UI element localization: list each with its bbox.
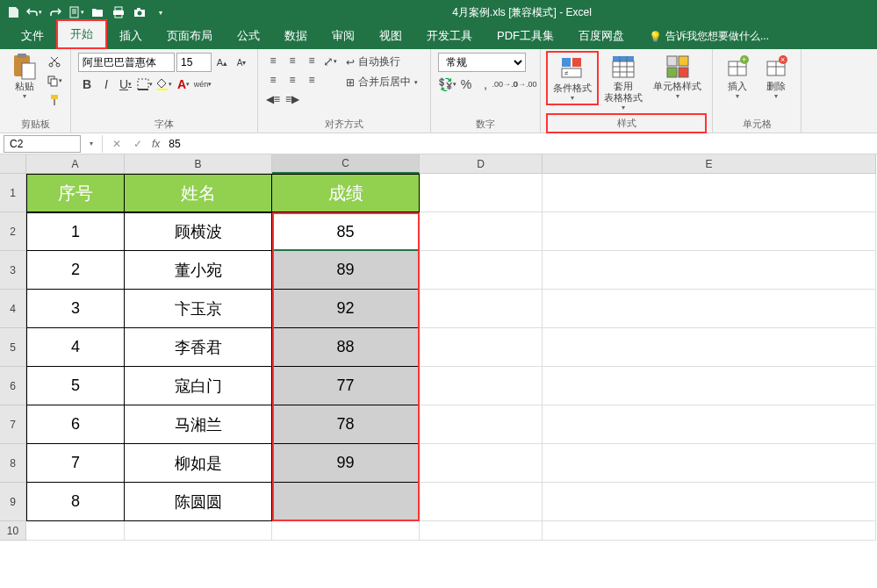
wrap-text-button[interactable]: ↩ 自动换行 (342, 53, 421, 71)
tab-view[interactable]: 视图 (367, 23, 414, 49)
align-left-button[interactable]: ≡ (263, 70, 283, 90)
increase-font-button[interactable]: A▴ (213, 54, 231, 71)
format-painter-button[interactable] (46, 91, 63, 109)
header-cell[interactable]: 序号 (26, 174, 125, 212)
table-cell[interactable]: 4 (26, 328, 125, 367)
table-cell[interactable]: 柳如是 (125, 444, 272, 483)
empty-cell[interactable] (543, 212, 875, 251)
merge-center-button[interactable]: ⊞ 合并后居中 ▾ (342, 73, 421, 91)
decrease-indent-button[interactable]: ◀≡ (263, 90, 283, 109)
tell-me-input[interactable]: 💡 告诉我您想要做什么... (636, 24, 781, 49)
empty-cell[interactable] (543, 290, 875, 328)
phonetic-button[interactable]: wén▾ (194, 75, 212, 93)
table-cell[interactable] (272, 483, 420, 521)
align-right-button[interactable]: ≡ (302, 70, 321, 90)
row-header-7[interactable]: 7 (0, 405, 26, 444)
table-cell[interactable]: 88 (272, 328, 420, 367)
currency-button[interactable]: 💱▾ (438, 75, 456, 93)
delete-cells-button[interactable]: × 删除 ▾ (757, 51, 795, 102)
name-box[interactable]: C2 (4, 135, 81, 153)
name-box-dropdown[interactable]: ▾ (84, 140, 98, 147)
row-header-6[interactable]: 6 (0, 367, 26, 405)
font-size-select[interactable] (176, 53, 212, 72)
format-as-table-button[interactable]: 套用 表格格式 ▾ (599, 51, 648, 113)
empty-cell[interactable] (543, 328, 875, 367)
table-cell[interactable]: 8 (26, 483, 125, 521)
tab-data[interactable]: 数据 (272, 23, 320, 49)
row-header-5[interactable]: 5 (0, 328, 26, 367)
empty-cell[interactable] (272, 521, 420, 541)
align-bottom-button[interactable]: ≡ (302, 51, 321, 70)
row-header-8[interactable]: 8 (0, 444, 26, 483)
quickprint-icon[interactable] (109, 3, 128, 22)
tab-developer[interactable]: 开发工具 (414, 23, 485, 49)
empty-cell[interactable] (125, 521, 272, 541)
border-button[interactable]: ▾ (136, 75, 154, 93)
column-header-c[interactable]: C (272, 154, 420, 174)
empty-cell[interactable] (420, 444, 542, 483)
formula-input[interactable] (163, 135, 877, 153)
tab-formulas[interactable]: 公式 (225, 23, 272, 49)
align-middle-button[interactable]: ≡ (283, 51, 302, 70)
tab-review[interactable]: 审阅 (320, 23, 367, 49)
font-name-select[interactable] (78, 53, 175, 72)
table-cell[interactable]: 89 (272, 251, 420, 290)
row-header-10[interactable]: 10 (0, 521, 26, 541)
table-cell[interactable]: 99 (272, 444, 420, 483)
table-cell[interactable]: 顾横波 (125, 212, 272, 251)
bold-button[interactable]: B (78, 75, 96, 93)
number-format-select[interactable]: 常规 (438, 53, 526, 72)
align-center-button[interactable]: ≡ (283, 70, 302, 90)
row-header-1[interactable]: 1 (0, 174, 26, 212)
conditional-formatting-button[interactable]: ≠ 条件格式 ▾ (546, 51, 599, 105)
row-header-2[interactable]: 2 (0, 212, 26, 251)
fx-icon[interactable]: fx (148, 138, 163, 150)
empty-cell[interactable] (543, 405, 875, 444)
empty-cell[interactable] (543, 483, 875, 521)
table-cell[interactable]: 寇白门 (125, 367, 272, 405)
empty-cell[interactable] (420, 290, 542, 328)
table-cell[interactable]: 陈圆圆 (125, 483, 272, 521)
insert-cells-button[interactable]: + 插入 ▾ (718, 51, 757, 102)
cells-area[interactable]: 序号 12345678 姓名 顾横波董小宛卞玉京李香君寇白门马湘兰柳如是陈圆圆 … (26, 174, 877, 541)
table-cell[interactable]: 董小宛 (125, 251, 272, 290)
tab-baidu[interactable]: 百度网盘 (566, 23, 636, 49)
table-cell[interactable]: 85 (272, 212, 420, 251)
tab-pdf[interactable]: PDF工具集 (485, 23, 566, 49)
select-all-corner[interactable] (0, 154, 26, 174)
copy-button[interactable]: ▾ (46, 72, 63, 90)
empty-cell[interactable] (420, 328, 542, 367)
empty-cell[interactable] (420, 521, 543, 541)
decrease-decimal-button[interactable]: .0→.00 (515, 75, 533, 93)
table-cell[interactable]: 5 (26, 367, 125, 405)
header-cell[interactable]: 成绩 (272, 174, 420, 212)
table-cell[interactable]: 1 (26, 212, 125, 251)
empty-cell[interactable] (420, 483, 542, 521)
tab-layout[interactable]: 页面布局 (155, 23, 225, 49)
tab-file[interactable]: 文件 (9, 23, 56, 49)
qat-customize-icon[interactable]: ▾ (151, 3, 170, 22)
empty-cell[interactable] (26, 521, 125, 541)
empty-cell[interactable] (543, 251, 875, 290)
table-cell[interactable]: 2 (26, 251, 125, 290)
camera-icon[interactable] (130, 3, 149, 22)
percent-button[interactable]: % (457, 75, 475, 93)
column-header-b[interactable]: B (125, 154, 272, 174)
row-header-3[interactable]: 3 (0, 251, 26, 290)
empty-cell[interactable] (543, 521, 876, 541)
table-cell[interactable]: 92 (272, 290, 420, 328)
column-header-d[interactable]: D (420, 154, 543, 174)
table-cell[interactable]: 6 (26, 405, 125, 444)
undo-icon[interactable]: ▾ (25, 3, 44, 22)
table-cell[interactable]: 78 (272, 405, 420, 444)
cut-button[interactable] (46, 53, 63, 70)
cancel-formula-button[interactable]: ✕ (106, 138, 127, 150)
empty-cell[interactable] (420, 367, 542, 405)
save-icon[interactable] (4, 3, 23, 22)
tab-insert[interactable]: 插入 (107, 23, 155, 49)
empty-cell[interactable] (543, 174, 875, 212)
column-header-a[interactable]: A (26, 154, 125, 174)
empty-cell[interactable] (420, 212, 542, 251)
table-cell[interactable]: 李香君 (125, 328, 272, 367)
empty-cell[interactable] (543, 444, 875, 483)
